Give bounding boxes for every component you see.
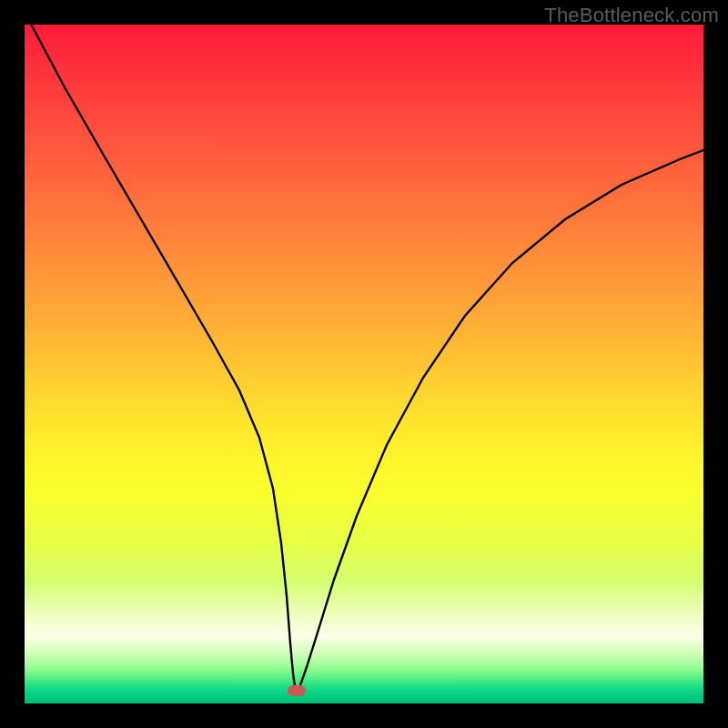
watermark-text: TheBottleneck.com <box>544 4 719 27</box>
bottleneck-curve <box>26 25 703 691</box>
plot-area <box>25 25 703 703</box>
curve-svg <box>25 25 703 703</box>
minimum-marker <box>288 685 306 696</box>
